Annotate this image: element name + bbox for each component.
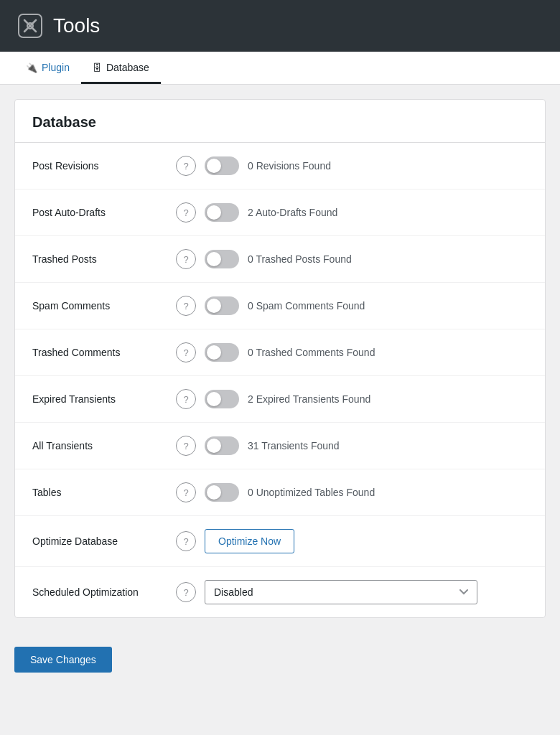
page-header: Tools [0,0,560,52]
toggle-all-transients[interactable] [205,436,239,455]
label-trashed-comments: Trashed Comments [32,347,176,358]
tabs-bar: 🔌 Plugin 🗄 Database [0,52,560,85]
tab-database[interactable]: 🗄 Database [81,52,161,84]
tab-database-label: Database [106,62,149,73]
control-post-auto-drafts: 2 Auto-Drafts Found [205,203,528,222]
toggle-track-tables [205,483,239,502]
control-all-transients: 31 Transients Found [205,436,528,455]
label-trashed-posts: Trashed Posts [32,253,176,265]
setting-row-optimize-database: Optimize Database ? Optimize Now [15,516,545,567]
toggle-post-auto-drafts[interactable] [205,203,239,222]
main-content: Database Post Revisions ? 0 Revisions Fo… [0,85,560,632]
toggle-track-trashed-posts [205,250,239,268]
label-post-auto-drafts: Post Auto-Drafts [32,207,176,218]
optimize-now-button[interactable]: Optimize Now [205,529,294,553]
help-scheduled-optimization[interactable]: ? [176,582,196,602]
setting-row-tables: Tables ? 0 Unoptimized Tables Found [15,469,545,516]
setting-row-post-revisions: Post Revisions ? 0 Revisions Found [15,143,545,189]
setting-row-spam-comments: Spam Comments ? 0 Spam Comments Found [15,283,545,329]
control-post-revisions: 0 Revisions Found [205,156,528,175]
setting-row-post-auto-drafts: Post Auto-Drafts ? 2 Auto-Drafts Found [15,189,545,236]
tab-plugin[interactable]: 🔌 Plugin [14,52,81,84]
label-expired-transients: Expired Transients [32,393,176,405]
label-all-transients: All Transients [32,440,176,451]
setting-row-expired-transients: Expired Transients ? 2 Expired Transient… [15,376,545,423]
control-expired-transients: 2 Expired Transients Found [205,390,528,408]
control-scheduled-optimization: Disabled Daily Weekly Monthly [205,580,528,604]
toggle-track-post-revisions [205,156,239,175]
value-post-revisions: 0 Revisions Found [248,160,331,172]
tab-plugin-label: Plugin [42,62,70,73]
control-tables: 0 Unoptimized Tables Found [205,483,528,502]
card-title: Database [15,100,545,143]
value-trashed-comments: 0 Trashed Comments Found [248,347,375,358]
toggle-track-all-transients [205,436,239,455]
toggle-track-trashed-comments [205,343,239,362]
setting-row-trashed-posts: Trashed Posts ? 0 Trashed Posts Found [15,236,545,283]
label-tables: Tables [32,487,176,498]
value-spam-comments: 0 Spam Comments Found [248,300,365,312]
control-spam-comments: 0 Spam Comments Found [205,296,528,315]
help-trashed-posts[interactable]: ? [176,249,196,269]
plugin-icon: 🔌 [26,62,37,73]
database-icon: 🗄 [93,62,102,73]
value-expired-transients: 2 Expired Transients Found [248,393,370,405]
footer: Save Changes [0,632,560,687]
control-trashed-posts: 0 Trashed Posts Found [205,250,528,268]
help-all-transients[interactable]: ? [176,436,196,456]
save-changes-button[interactable]: Save Changes [14,647,112,673]
help-tables[interactable]: ? [176,482,196,502]
control-optimize-database: Optimize Now [205,529,528,553]
label-optimize-database: Optimize Database [32,535,176,547]
toggle-expired-transients[interactable] [205,390,239,408]
value-post-auto-drafts: 2 Auto-Drafts Found [248,207,337,218]
value-tables: 0 Unoptimized Tables Found [248,487,375,498]
value-all-transients: 31 Transients Found [248,440,340,451]
control-trashed-comments: 0 Trashed Comments Found [205,343,528,362]
toggle-track-spam-comments [205,296,239,315]
value-trashed-posts: 0 Trashed Posts Found [248,253,352,265]
help-trashed-comments[interactable]: ? [176,342,196,362]
page-title: Tools [53,14,100,37]
label-post-revisions: Post Revisions [32,160,176,172]
setting-row-scheduled-optimization: Scheduled Optimization ? Disabled Daily … [15,567,545,617]
label-spam-comments: Spam Comments [32,300,176,312]
help-post-revisions[interactable]: ? [176,156,196,176]
schedule-select[interactable]: Disabled Daily Weekly Monthly [205,580,477,604]
setting-row-trashed-comments: Trashed Comments ? 0 Trashed Comments Fo… [15,329,545,376]
setting-row-all-transients: All Transients ? 31 Transients Found [15,423,545,469]
toggle-trashed-comments[interactable] [205,343,239,362]
toggle-spam-comments[interactable] [205,296,239,315]
tools-icon [17,13,43,39]
help-optimize-database[interactable]: ? [176,531,196,551]
help-expired-transients[interactable]: ? [176,389,196,409]
toggle-tables[interactable] [205,483,239,502]
toggle-trashed-posts[interactable] [205,250,239,268]
database-card: Database Post Revisions ? 0 Revisions Fo… [14,99,546,618]
label-scheduled-optimization: Scheduled Optimization [32,586,176,598]
help-spam-comments[interactable]: ? [176,296,196,316]
toggle-track-expired-transients [205,390,239,408]
toggle-post-revisions[interactable] [205,156,239,175]
toggle-track-post-auto-drafts [205,203,239,222]
help-post-auto-drafts[interactable]: ? [176,202,196,223]
